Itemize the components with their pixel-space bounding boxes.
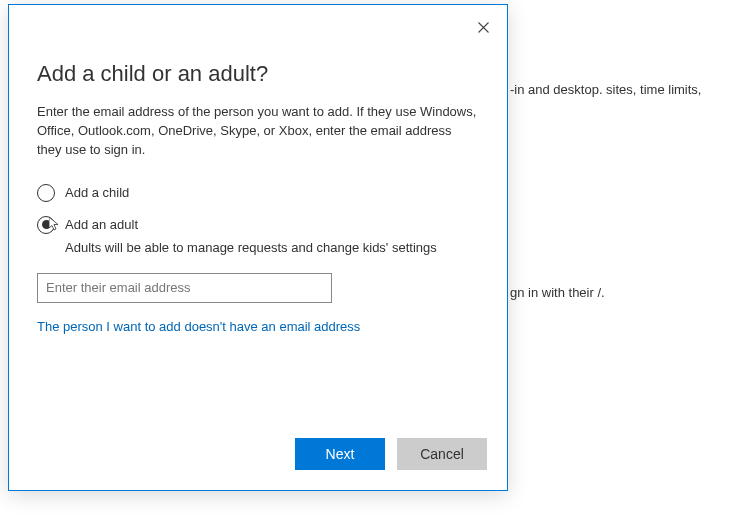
background-text-1: -in and desktop. sites, time limits, — [510, 82, 720, 99]
dialog-footer: Next Cancel — [295, 438, 487, 470]
adult-hint-text: Adults will be able to manage requests a… — [65, 240, 479, 255]
add-person-dialog: Add a child or an adult? Enter the email… — [8, 4, 508, 491]
background-text-2: gn in with their /. — [510, 285, 730, 302]
radio-icon — [37, 216, 55, 234]
close-button[interactable] — [469, 13, 497, 41]
close-icon — [478, 22, 489, 33]
radio-adult-label: Add an adult — [65, 217, 138, 232]
next-button[interactable]: Next — [295, 438, 385, 470]
dialog-description: Enter the email address of the person yo… — [37, 103, 479, 160]
cancel-button[interactable]: Cancel — [397, 438, 487, 470]
person-type-radio-group: Add a child Add an adult Adults will be … — [37, 184, 479, 255]
dialog-title: Add a child or an adult? — [37, 61, 479, 87]
radio-icon — [37, 184, 55, 202]
no-email-link[interactable]: The person I want to add doesn't have an… — [37, 319, 360, 334]
radio-child-label: Add a child — [65, 185, 129, 200]
radio-add-adult[interactable]: Add an adult — [37, 216, 479, 234]
radio-add-child[interactable]: Add a child — [37, 184, 479, 202]
email-input[interactable] — [37, 273, 332, 303]
